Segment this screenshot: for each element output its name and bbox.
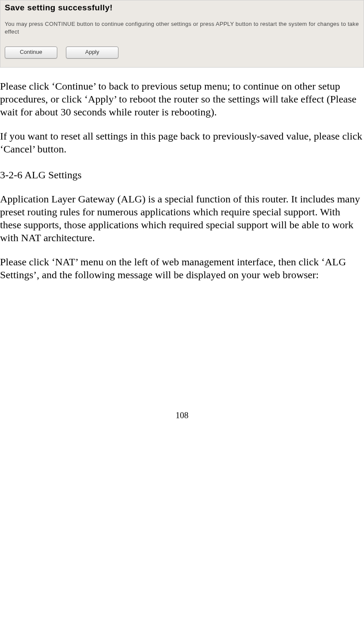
settings-saved-panel: Save setting successfully! You may press… [0, 0, 364, 68]
doc-section-heading: 3-2-6 ALG Settings [0, 168, 364, 181]
doc-paragraph-4: Please click ‘NAT’ menu on the left of w… [0, 255, 364, 281]
doc-paragraph-3: Application Layer Gateway (ALG) is a spe… [0, 193, 364, 244]
doc-paragraph-1: Please click ‘Continue’ to back to previ… [0, 80, 364, 118]
apply-button[interactable]: Apply [66, 47, 118, 59]
panel-title: Save setting successfully! [0, 0, 364, 12]
doc-paragraph-2: If you want to reset all settings in thi… [0, 130, 364, 155]
continue-button[interactable]: Continue [5, 47, 57, 59]
page-number: 108 [0, 410, 364, 429]
panel-description: You may press CONTINUE button to continu… [0, 12, 364, 39]
document-body: Please click ‘Continue’ to back to previ… [0, 68, 364, 281]
panel-button-row: Continue Apply [0, 39, 364, 67]
